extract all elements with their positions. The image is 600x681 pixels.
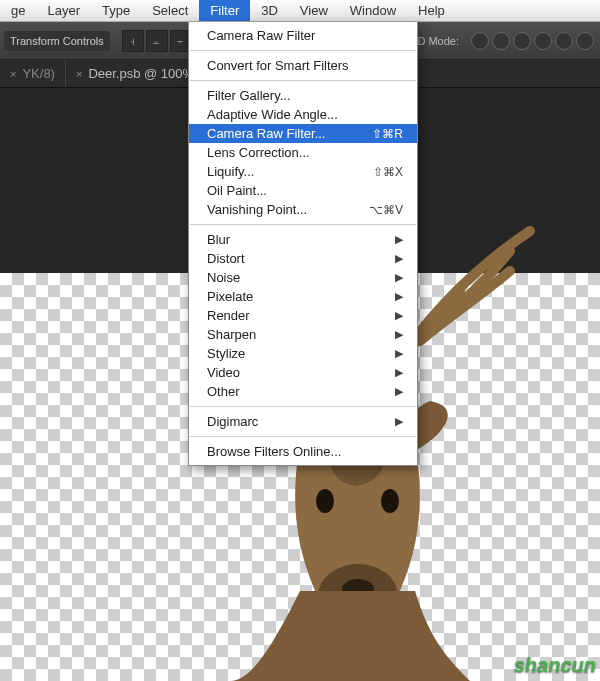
menu-shortcut: ⌥⌘V — [369, 203, 403, 217]
3d-mode-button[interactable] — [534, 32, 552, 50]
transform-controls-label: Transform Controls — [4, 31, 110, 51]
3d-mode-label: 3D Mode: — [411, 35, 459, 47]
menu-item-label: Vanishing Point... — [207, 202, 307, 217]
menu-item-label: Other — [207, 384, 240, 399]
menu-item[interactable]: Pixelate▶ — [189, 287, 417, 306]
menu-item[interactable]: Noise▶ — [189, 268, 417, 287]
menu-item[interactable]: Liquify...⇧⌘X — [189, 162, 417, 181]
menu-layer[interactable]: Layer — [36, 0, 91, 21]
svg-point-3 — [381, 489, 399, 513]
close-icon[interactable]: × — [10, 68, 16, 80]
menu-item[interactable]: Digimarc▶ — [189, 412, 417, 431]
menu-item[interactable]: Video▶ — [189, 363, 417, 382]
menu-separator — [190, 224, 416, 225]
menu-item-label: Noise — [207, 270, 240, 285]
menu-window[interactable]: Window — [339, 0, 407, 21]
menu-item[interactable]: Camera Raw Filter — [189, 26, 417, 45]
menu-item-label: Blur — [207, 232, 230, 247]
menu-item-label: Pixelate — [207, 289, 253, 304]
menu-type[interactable]: Type — [91, 0, 141, 21]
menu-filter[interactable]: Filter — [199, 0, 250, 21]
menu-item[interactable]: Sharpen▶ — [189, 325, 417, 344]
submenu-arrow-icon: ▶ — [395, 347, 403, 360]
menu-item-label: Camera Raw Filter — [207, 28, 315, 43]
menu-item-label: Adaptive Wide Angle... — [207, 107, 338, 122]
menu-item-label: Stylize — [207, 346, 245, 361]
menu-item[interactable]: Render▶ — [189, 306, 417, 325]
menu-item-label: Distort — [207, 251, 245, 266]
app-menubar: geLayerTypeSelectFilter3DViewWindowHelp — [0, 0, 600, 22]
menu-separator — [190, 406, 416, 407]
menu-item[interactable]: Convert for Smart Filters — [189, 56, 417, 75]
submenu-arrow-icon: ▶ — [395, 271, 403, 284]
menu-item-label: Video — [207, 365, 240, 380]
3d-mode-button[interactable] — [513, 32, 531, 50]
menu-item[interactable]: Lens Correction... — [189, 143, 417, 162]
menu-select[interactable]: Select — [141, 0, 199, 21]
align-button[interactable]: ⫞ — [122, 30, 144, 52]
menu-separator — [190, 50, 416, 51]
3d-mode-button[interactable] — [492, 32, 510, 50]
menu-item-label: Browse Filters Online... — [207, 444, 341, 459]
menu-item-label: Camera Raw Filter... — [207, 126, 325, 141]
menu-item[interactable]: Stylize▶ — [189, 344, 417, 363]
submenu-arrow-icon: ▶ — [395, 309, 403, 322]
menu-item[interactable]: Filter Gallery... — [189, 86, 417, 105]
submenu-arrow-icon: ▶ — [395, 366, 403, 379]
menu-view[interactable]: View — [289, 0, 339, 21]
menu-3d[interactable]: 3D — [250, 0, 289, 21]
menu-ge[interactable]: ge — [0, 0, 36, 21]
3d-mode-button[interactable] — [471, 32, 489, 50]
menu-shortcut: ⇧⌘R — [372, 127, 403, 141]
menu-item-label: Digimarc — [207, 414, 258, 429]
3d-mode-buttons — [465, 32, 600, 50]
menu-item-label: Sharpen — [207, 327, 256, 342]
menu-item[interactable]: Oil Paint... — [189, 181, 417, 200]
tab-title: YK/8) — [22, 66, 55, 81]
document-tab[interactable]: ×YK/8) — [0, 60, 66, 87]
submenu-arrow-icon: ▶ — [395, 328, 403, 341]
menu-item[interactable]: Blur▶ — [189, 230, 417, 249]
close-icon[interactable]: × — [76, 68, 82, 80]
align-button[interactable]: ⫠ — [146, 30, 168, 52]
menu-item-label: Filter Gallery... — [207, 88, 291, 103]
3d-mode-button[interactable] — [555, 32, 573, 50]
menu-item[interactable]: Browse Filters Online... — [189, 442, 417, 461]
menu-item[interactable]: Distort▶ — [189, 249, 417, 268]
submenu-arrow-icon: ▶ — [395, 385, 403, 398]
submenu-arrow-icon: ▶ — [395, 252, 403, 265]
menu-item[interactable]: Adaptive Wide Angle... — [189, 105, 417, 124]
watermark: shancun — [514, 654, 596, 677]
menu-item-label: Oil Paint... — [207, 183, 267, 198]
menu-item-label: Convert for Smart Filters — [207, 58, 349, 73]
submenu-arrow-icon: ▶ — [395, 290, 403, 303]
menu-item[interactable]: Vanishing Point...⌥⌘V — [189, 200, 417, 219]
3d-mode-button[interactable] — [576, 32, 594, 50]
menu-item[interactable]: Other▶ — [189, 382, 417, 401]
svg-point-2 — [316, 489, 334, 513]
menu-item-label: Render — [207, 308, 250, 323]
submenu-arrow-icon: ▶ — [395, 415, 403, 428]
submenu-arrow-icon: ▶ — [395, 233, 403, 246]
menu-separator — [190, 80, 416, 81]
menu-shortcut: ⇧⌘X — [373, 165, 403, 179]
menu-help[interactable]: Help — [407, 0, 456, 21]
menu-item[interactable]: Camera Raw Filter...⇧⌘R — [189, 124, 417, 143]
menu-separator — [190, 436, 416, 437]
menu-item-label: Lens Correction... — [207, 145, 310, 160]
menu-item-label: Liquify... — [207, 164, 254, 179]
filter-menu-dropdown: Camera Raw FilterConvert for Smart Filte… — [188, 22, 418, 466]
